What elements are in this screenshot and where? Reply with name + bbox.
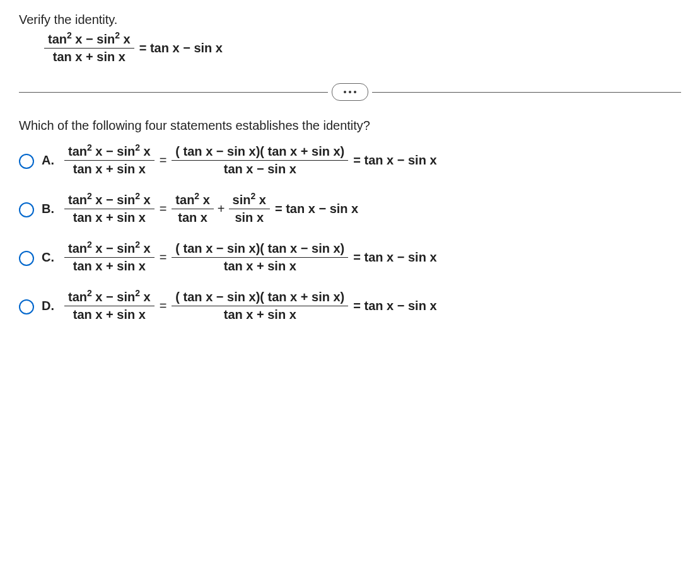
option-label-c: C. [42,250,64,265]
option-b: B. tan2 x − sin2 x tan x + sin x = tan2 … [19,193,681,225]
option-content-a: tan2 x − sin2 x tan x + sin x = ( tan x … [64,144,442,176]
option-label-a: A. [42,153,64,168]
option-content-b: tan2 x − sin2 x tan x + sin x = tan2 x t… [64,193,363,225]
separator [19,83,681,101]
option-content-d: tan2 x − sin2 x tan x + sin x = ( tan x … [64,290,442,322]
option-label-b: B. [42,202,64,216]
heading: Verify the identity. [19,13,681,27]
option-d: D. tan2 x − sin2 x tan x + sin x = ( tan… [19,290,681,322]
more-button[interactable] [332,83,368,101]
identity-equation: tan2 x − sin2 x tan x + sin x = tan x − … [44,32,681,64]
option-a: A. tan2 x − sin2 x tan x + sin x = ( tan… [19,144,681,176]
option-label-d: D. [42,299,64,313]
radio-b[interactable] [19,202,34,217]
radio-d[interactable] [19,299,34,314]
option-c: C. tan2 x − sin2 x tan x + sin x = ( tan… [19,241,681,274]
radio-a[interactable] [19,154,34,169]
option-content-c: tan2 x − sin2 x tan x + sin x = ( tan x … [64,241,442,274]
question-text: Which of the following four statements e… [19,118,681,133]
radio-c[interactable] [19,251,34,266]
